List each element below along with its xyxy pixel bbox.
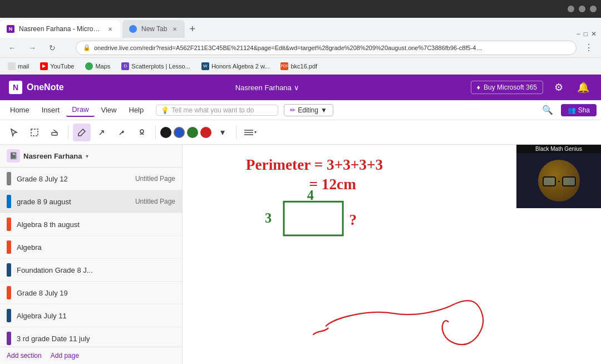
notebook-icon: 📓 [7,149,20,163]
lasso-tool-button[interactable] [26,124,43,141]
bookmark-youtube-label: YouTube [50,63,74,70]
section-color-algebrajuly11 [7,309,11,322]
sidebar-item-algebra[interactable]: Algebra [0,236,182,259]
section-name-grade8july12: Grade 8 July 12 [17,175,135,183]
extensions-button[interactable]: ⋮ [581,40,597,56]
desmos-icon: D [121,62,129,70]
bookmark-honors[interactable]: W Honors Algebra 2 w... [198,61,273,71]
search-button[interactable]: 🔍 [539,101,556,119]
tab-bar: N Nasreen Farhana - Microsoft One... ✕ N… [0,18,601,38]
mail-icon [8,62,16,70]
lines-button[interactable]: ▾ [241,124,259,141]
pen-icon [77,128,86,137]
arrow-tool1-button[interactable] [93,124,111,141]
onenote-content: 📓 Nasreen Farhana ▾ Grade 8 July 12 Unti… [0,145,601,364]
section-name-algebra8thaugust: Algebra 8 th august [17,220,175,229]
ribbon-right: 🔍 👥 Sha [539,101,597,119]
forward-button[interactable]: → [24,40,40,56]
sidebar-header[interactable]: 📓 Nasreen Farhana ▾ [0,145,182,168]
tab-newtab[interactable]: New Tab ✕ [122,20,185,38]
onenote-tab-label: Nasreen Farhana - Microsoft One... [19,25,102,33]
address-bar-container[interactable]: 🔒 onedrive.live.com/redir?resid=A562F211… [76,41,577,55]
notebook-name: Nasreen Farhana [23,152,82,160]
sidebar: 📓 Nasreen Farhana ▾ Grade 8 July 12 Unti… [0,145,183,364]
pen-tool-button[interactable] [73,124,91,141]
sidebar-item-algebra8thaugust[interactable]: Algebra 8 th august [0,213,182,236]
color-red[interactable] [200,127,211,138]
onenote-header-center: Nasreen Farhana ∨ [64,83,471,92]
menu-home[interactable]: Home [4,104,35,116]
section-name-algebrajuly11: Algebra July 11 [17,312,175,320]
color-green[interactable] [187,127,198,138]
bookmark-mail[interactable]: mail [4,61,32,71]
title-bar [0,0,601,18]
svg-point-3 [140,130,144,133]
bookmark-maps[interactable]: Maps [82,61,114,71]
bookmark-scatterplots-label: Scatterplots | Lesso... [131,63,190,70]
arrow2-icon [117,128,126,137]
menu-draw[interactable]: Draw [66,103,94,117]
notifications-button[interactable]: 🔔 [574,78,592,96]
menu-view[interactable]: View [96,104,122,116]
canvas-area[interactable]: Perimeter = 3+3+3+3 = 12cm 4 3 ? Black M… [183,145,601,364]
settings-button[interactable]: ⚙ [550,78,568,96]
close-tab2-icon[interactable]: ✕ [171,25,178,33]
color-black[interactable] [160,127,171,138]
sidebar-item-foundationgrade8j[interactable]: Foundation Grade 8 J... [0,259,182,282]
glasses-icon [543,176,576,188]
sidebar-item-algebrajuly11[interactable]: Algebra July 11 [0,304,182,327]
sidebar-item-3rdgradedate[interactable]: 3 rd grade Date 11 july [0,327,182,347]
back-button[interactable]: ← [4,40,20,56]
close-tab1-icon[interactable]: ✕ [107,25,114,33]
svg-rect-1 [52,132,57,135]
avatar [538,160,580,201]
bookmark-pdf[interactable]: PDF bkc16.pdf [277,61,321,71]
sidebar-item-grade89august[interactable]: grade 8 9 august Untitled Page [0,190,182,213]
lines-dropdown-icon: ▾ [254,130,257,135]
sidebar-item-grade8july12[interactable]: Grade 8 July 12 Untitled Page [0,168,182,190]
sidebar-item-grade8july19[interactable]: Grade 8 July 19 [0,282,182,304]
eraser-tool-button[interactable] [46,124,63,141]
section-color-grade8july12 [7,172,11,185]
color-blue[interactable] [174,127,185,138]
arrow-tool2-button[interactable] [113,124,131,141]
minimize-btn[interactable] [568,6,574,12]
browser-chrome: N Nasreen Farhana - Microsoft One... ✕ N… [0,0,601,75]
add-section-button[interactable]: Add section [7,352,42,360]
close-btn[interactable] [590,6,597,12]
tab-onenote[interactable]: N Nasreen Farhana - Microsoft One... ✕ [0,20,120,38]
maximize-btn[interactable] [579,6,585,12]
section-page-grade8july12: Untitled Page [135,175,175,183]
buy-microsoft365-button[interactable]: ♦ Buy Microsoft 365 [471,81,543,94]
menu-help[interactable]: Help [124,104,150,116]
add-page-button[interactable]: Add page [51,352,79,360]
minimize-icon[interactable]: − [577,30,580,38]
onenote-header: N OneNote Nasreen Farhana ∨ ♦ Buy Micros… [0,75,601,100]
more-colors-button[interactable]: ▾ [214,124,231,141]
cursor-icon [10,128,19,137]
close-browser-icon[interactable]: ✕ [591,30,597,38]
menu-insert[interactable]: Insert [36,104,66,116]
cursor-tool-button[interactable] [6,124,23,141]
section-name-foundationgrade8j: Foundation Grade 8 J... [17,266,175,274]
section-color-algebra [7,240,11,254]
chevron-down-icon: ∨ [294,83,299,92]
bookmark-pdf-label: bkc16.pdf [290,63,317,70]
section-color-algebra8thaugust [7,218,11,231]
bookmark-youtube[interactable]: ▶ YouTube [37,61,77,71]
bookmarks-bar: mail ▶ YouTube Maps D Scatterplots | Les… [0,58,601,75]
share-button[interactable]: 👥 Sha [561,104,597,116]
restore-icon[interactable]: □ [584,30,588,38]
new-tab-button[interactable]: + [185,20,200,38]
youtube-icon: ▶ [40,62,48,70]
arrow1-icon [97,128,106,137]
user-name-button[interactable]: Nasreen Farhana ∨ [235,83,299,92]
search-box[interactable]: 💡 Tell me what you want to do [156,105,278,116]
editing-mode-button[interactable]: ✏ Editing ▼ [284,104,333,116]
reload-button[interactable]: ↻ [45,40,60,56]
bookmark-scatterplots[interactable]: D Scatterplots | Lesso... [118,61,194,71]
section-name-3rdgrade: 3 rd grade Date 11 july [17,335,175,343]
section-color-3rdgrade [7,332,11,345]
address-text: onedrive.live.com/redir?resid=A562F211E3… [94,45,484,51]
touch-tool-button[interactable] [133,124,151,141]
